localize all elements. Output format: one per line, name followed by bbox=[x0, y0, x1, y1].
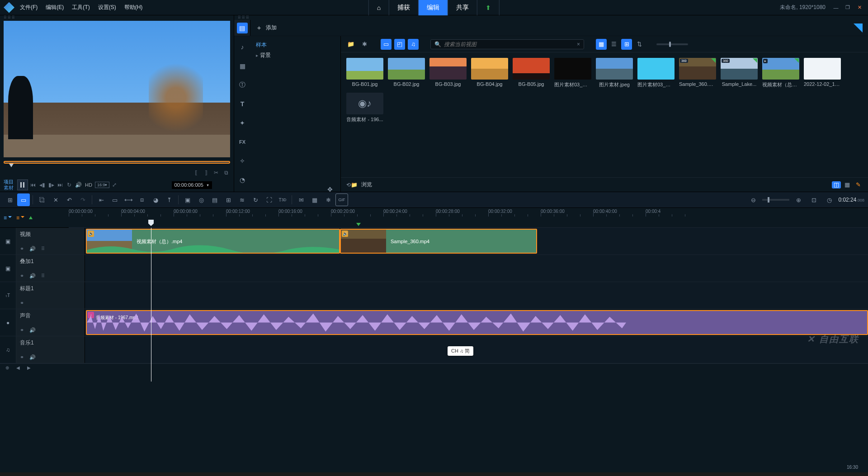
mode-project-label[interactable]: 项目 bbox=[4, 179, 14, 185]
filter-audio-icon[interactable]: ♫ bbox=[408, 39, 419, 50]
tab-share[interactable]: 共享 bbox=[448, 0, 477, 15]
tool-settings-icon[interactable]: ✕ bbox=[49, 193, 62, 206]
view-grid-icon[interactable]: ⊞ bbox=[621, 39, 632, 50]
pin-flag-icon[interactable] bbox=[854, 24, 863, 33]
split-icon[interactable]: ✂ bbox=[212, 169, 220, 177]
media-thumbnail[interactable]: 360Sample_Lake... bbox=[721, 58, 758, 88]
mute-icon[interactable]: 🔊 bbox=[29, 327, 36, 333]
go-end-icon[interactable]: ⏭ bbox=[56, 181, 64, 189]
tool-copy-icon[interactable]: ⿻ bbox=[36, 193, 48, 206]
media-thumbnail[interactable]: 360Sample_360.m... bbox=[679, 58, 716, 88]
sound-category-icon[interactable]: ♪ bbox=[237, 42, 248, 52]
media-thumbnail[interactable]: BG-B05.jpg bbox=[513, 58, 550, 88]
panel-grid-icon[interactable]: ▦ bbox=[843, 181, 852, 189]
slip-tool-icon[interactable]: ⧈ bbox=[136, 193, 148, 206]
group-tool-icon[interactable]: ◎ bbox=[195, 193, 208, 206]
preview-scrubber[interactable] bbox=[4, 159, 230, 166]
timeline-view-icon[interactable]: ▭ bbox=[17, 193, 30, 206]
snapshot-icon[interactable]: ⧉ bbox=[222, 169, 230, 177]
zoom-in-icon[interactable]: ⊕ bbox=[792, 193, 805, 206]
view-thumb-icon[interactable]: ▦ bbox=[596, 39, 607, 50]
track-list-a[interactable]: ≡ bbox=[4, 215, 12, 221]
panel-layout-icon[interactable]: ◫ bbox=[832, 181, 841, 189]
menu-file[interactable]: 文件(F) bbox=[20, 4, 38, 11]
video-track-body[interactable]: 🔊 视频素材（总）.mp4 🔊 Sample_360.mp4 bbox=[85, 228, 868, 254]
mark-in-icon[interactable]: ⟦ bbox=[192, 169, 200, 177]
gauge-category-icon[interactable]: ◔ bbox=[237, 174, 248, 185]
timeline-timecode[interactable]: 0:02:24.008 bbox=[838, 197, 864, 203]
import-folder-icon[interactable]: 📁 bbox=[345, 39, 356, 50]
text-category-icon[interactable]: T bbox=[237, 99, 248, 109]
marker-tool-icon[interactable]: ▣ bbox=[181, 193, 194, 206]
scroll-right-icon[interactable]: ▶ bbox=[25, 365, 33, 371]
search-input[interactable] bbox=[444, 41, 577, 47]
tab-capture[interactable]: 捕获 bbox=[389, 0, 419, 15]
panel-drag-handle-2[interactable]: ⠿⠿⠿ bbox=[234, 15, 868, 20]
link-icon[interactable]: ⚭ bbox=[20, 273, 24, 279]
mute-icon[interactable]: 🔊 bbox=[29, 246, 36, 252]
freeze-tool-icon[interactable]: ❄ bbox=[322, 193, 335, 206]
color-tool-icon[interactable]: ◕ bbox=[149, 193, 162, 206]
go-start-icon[interactable]: ⏮ bbox=[29, 181, 37, 189]
timer-icon[interactable]: ◷ bbox=[823, 193, 835, 206]
restore-button[interactable]: ❐ bbox=[843, 4, 853, 12]
filter-video-icon[interactable]: ▭ bbox=[381, 39, 392, 50]
tab-upload[interactable]: ⬆ bbox=[477, 0, 500, 15]
mask-tool-icon[interactable]: ▦ bbox=[308, 193, 321, 206]
prev-frame-icon[interactable]: ◂▮ bbox=[38, 181, 46, 189]
add-below-icon[interactable]: ⊕ bbox=[4, 365, 11, 371]
timeline-zoom-slider[interactable] bbox=[762, 199, 789, 201]
preview-timecode[interactable]: 00:00:06:005 ▾ bbox=[172, 181, 212, 189]
mute-icon[interactable]: 🔊 bbox=[29, 354, 36, 360]
add-button[interactable]: 添加 bbox=[266, 24, 277, 32]
scroll-left-icon[interactable]: ◀ bbox=[14, 365, 22, 371]
sound-track-body[interactable]: ♪ 音频素材 - 1967.mp3 bbox=[85, 309, 868, 336]
panel-edit-icon[interactable]: ✎ bbox=[854, 181, 863, 189]
redo-icon[interactable]: ↷ bbox=[76, 193, 89, 206]
gif-tool-icon[interactable]: GIF bbox=[335, 193, 348, 206]
mute-icon[interactable]: 🔊 bbox=[29, 273, 36, 279]
view-list-icon[interactable]: ☰ bbox=[609, 39, 619, 50]
motion-category-icon[interactable]: ✧ bbox=[237, 156, 248, 166]
lock-icon[interactable]: ⠿ bbox=[41, 246, 45, 252]
title-track-header[interactable]: 标题1 ⚭ bbox=[16, 282, 85, 309]
timeline-scrollbar[interactable]: ⊕ ◀ ▶ bbox=[0, 363, 868, 372]
audio-clip-1[interactable]: ♪ 音频素材 - 1967.mp3 bbox=[86, 310, 868, 335]
hd-badge[interactable]: HD bbox=[83, 182, 94, 188]
storyboard-view-icon[interactable]: ⊞ bbox=[4, 193, 16, 206]
browse-button[interactable]: 浏览 bbox=[361, 181, 372, 189]
mark-out-icon[interactable]: ⟧ bbox=[202, 169, 210, 177]
search-box[interactable]: 🔍 × bbox=[430, 39, 584, 49]
media-thumbnail[interactable]: ▸视频素材（总）... bbox=[762, 58, 799, 88]
overlay-track-header[interactable]: 叠加1 ⚭🔊⠿ bbox=[16, 255, 85, 282]
track-list-c[interactable] bbox=[29, 216, 33, 219]
video-track-header[interactable]: 视频 ⚭ 🔊 ⠿ bbox=[16, 228, 85, 254]
import-media-icon[interactable]: ✱ bbox=[359, 39, 370, 50]
playhead[interactable] bbox=[151, 228, 151, 382]
link-icon[interactable]: ⚭ bbox=[20, 246, 24, 252]
split-tool-icon[interactable]: ⟷ bbox=[122, 193, 135, 206]
undo-icon[interactable]: ↶ bbox=[63, 193, 75, 206]
tab-edit[interactable]: 编辑 bbox=[419, 0, 448, 15]
media-thumbnail[interactable]: 图片素材.jpeg bbox=[596, 58, 633, 88]
media-thumbnail[interactable]: 图片素材03_副... bbox=[637, 58, 675, 88]
volume-icon[interactable]: 🔊 bbox=[74, 181, 82, 189]
filter-image-icon[interactable]: ◰ bbox=[394, 39, 405, 50]
chapter-tool-icon[interactable]: ▤ bbox=[208, 193, 221, 206]
grid-tool-icon[interactable]: ⊞ bbox=[222, 193, 235, 206]
thumb-zoom-slider[interactable] bbox=[656, 43, 688, 45]
rotate-tool-icon[interactable]: ↻ bbox=[249, 193, 262, 206]
video-clip-1[interactable]: 🔊 视频素材（总）.mp4 bbox=[86, 229, 340, 254]
title-track-body[interactable] bbox=[85, 282, 868, 309]
lock-icon[interactable]: ⠿ bbox=[41, 273, 45, 279]
menu-help[interactable]: 帮助(H) bbox=[124, 4, 143, 11]
mode-clip-label[interactable]: 素材 bbox=[4, 185, 14, 191]
trim-range-icon[interactable]: ▭ bbox=[108, 193, 121, 206]
track-list-b[interactable]: ≡ bbox=[16, 215, 24, 221]
panel-drag-handle[interactable]: ⠿⠿⠿ bbox=[0, 15, 234, 20]
media-category-icon[interactable]: ▤ bbox=[237, 23, 248, 33]
minimize-button[interactable]: — bbox=[831, 4, 841, 12]
3d-text-icon[interactable]: T3D bbox=[276, 193, 289, 206]
crop-tool-icon[interactable]: ⛶ bbox=[263, 193, 275, 206]
motion-tool-icon[interactable]: ≋ bbox=[236, 193, 248, 206]
